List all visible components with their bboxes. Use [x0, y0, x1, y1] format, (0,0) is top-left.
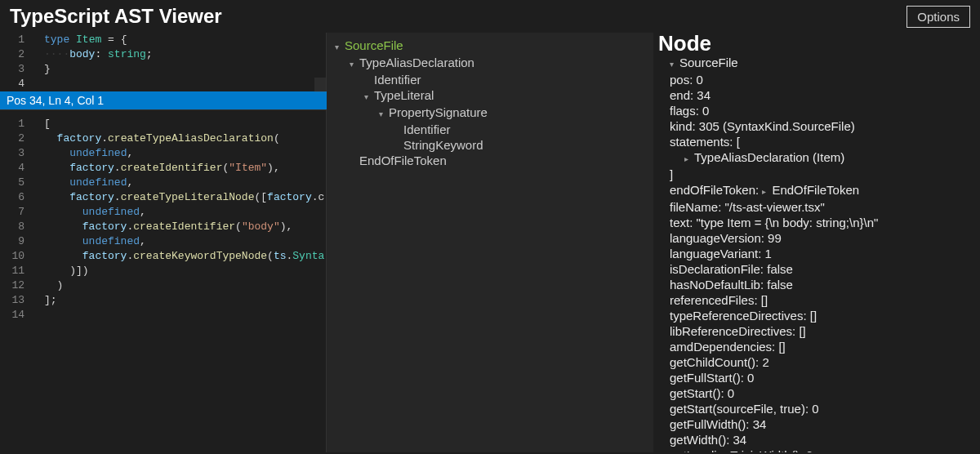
- tree-label[interactable]: Identifier: [374, 73, 421, 87]
- line-number: 1: [0, 33, 36, 47]
- code-line[interactable]: 1type Item = {: [0, 33, 326, 47]
- property-row: typeReferenceDirectives: []: [658, 308, 972, 323]
- header: TypeScript AST Viewer Options: [0, 0, 980, 33]
- options-button[interactable]: Options: [906, 6, 970, 28]
- app-title: TypeScript AST Viewer: [10, 5, 222, 28]
- chevron-down-icon[interactable]: ▾: [670, 56, 678, 72]
- chevron-down-icon[interactable]: ▾: [335, 39, 343, 55]
- code-line[interactable]: 7 undefined,: [0, 205, 326, 220]
- property-key: endOfFileToken:: [670, 183, 762, 197]
- tree-label[interactable]: StringKeyword: [403, 138, 483, 152]
- property-link[interactable]: EndOfFileToken: [772, 183, 859, 197]
- property-row: getStart(): 0: [658, 385, 972, 401]
- chevron-right-icon[interactable]: ▸: [684, 151, 693, 167]
- tree-label[interactable]: TypeAliasDeclaration: [359, 56, 474, 69]
- code-line[interactable]: 3}: [0, 62, 326, 77]
- property-row: end: 34: [658, 87, 972, 103]
- code-content[interactable]: type Item = {: [36, 33, 127, 47]
- code-content[interactable]: factory.createTypeLiteralNode([factory.c: [36, 190, 324, 205]
- property-row: text: "type Item = {\n body: string;\n}\…: [658, 215, 972, 230]
- line-number: 1: [0, 117, 36, 131]
- code-content[interactable]: factory.createTypeAliasDeclaration(: [36, 131, 280, 146]
- tree-label[interactable]: PropertySignature: [389, 105, 488, 119]
- property-row: languageVersion: 99: [658, 230, 972, 246]
- source-editor[interactable]: 1type Item = {2····body: string;3}4: [0, 33, 327, 91]
- property-row: amdDependencies: []: [658, 339, 972, 354]
- code-content[interactable]: undefined,: [36, 234, 146, 249]
- code-content[interactable]: [: [36, 117, 51, 131]
- code-line[interactable]: 2····body: string;: [0, 47, 326, 62]
- code-line[interactable]: 6 factory.createTypeLiteralNode([factory…: [0, 190, 326, 205]
- tree-node[interactable]: ▾TypeAliasDeclaration: [335, 55, 645, 72]
- tree-label[interactable]: SourceFile: [345, 38, 403, 52]
- property-row: referencedFiles: []: [658, 292, 972, 308]
- line-number: 8: [0, 220, 36, 234]
- line-number: 7: [0, 205, 36, 220]
- property-link[interactable]: TypeAliasDeclaration (Item): [694, 150, 844, 164]
- ast-tree: ▾SourceFile▾TypeAliasDeclarationIdentifi…: [327, 33, 653, 452]
- code-line[interactable]: 11 )]): [0, 264, 326, 278]
- property-row: endOfFileToken: ▸EndOfFileToken: [658, 182, 972, 199]
- code-line[interactable]: 13];: [0, 293, 326, 308]
- code-content[interactable]: [36, 77, 44, 91]
- property-row: getFullWidth(): 34: [658, 416, 972, 432]
- property-row: getFullStart(): 0: [658, 370, 972, 385]
- tree-node[interactable]: EndOfFileToken: [335, 153, 645, 168]
- code-content[interactable]: factory.createIdentifier("Item"),: [36, 161, 280, 176]
- line-number: 9: [0, 234, 36, 249]
- code-line[interactable]: 14: [0, 308, 326, 323]
- code-content[interactable]: ····body: string;: [36, 47, 153, 62]
- code-content[interactable]: undefined,: [36, 205, 146, 220]
- code-line[interactable]: 12 ): [0, 278, 326, 293]
- property-row: hasNoDefaultLib: false: [658, 277, 972, 292]
- tree-node[interactable]: StringKeyword: [335, 137, 645, 153]
- property-row: getWidth(): 34: [658, 432, 972, 447]
- code-content[interactable]: undefined,: [36, 146, 133, 161]
- code-line[interactable]: 10 factory.createKeywordTypeNode(ts.Synt…: [0, 249, 326, 264]
- code-content[interactable]: [36, 308, 44, 323]
- code-content[interactable]: factory.createIdentifier("body"),: [36, 220, 292, 234]
- line-number: 2: [0, 131, 36, 146]
- properties-title: Node: [658, 36, 972, 51]
- tree-label[interactable]: TypeLiteral: [374, 88, 434, 102]
- property-row: statements: [: [658, 134, 972, 149]
- factory-editor[interactable]: 1[2 factory.createTypeAliasDeclaration(3…: [0, 109, 327, 452]
- property-row: languageVariant: 1: [658, 246, 972, 261]
- properties-body: ▾SourceFilepos: 0end: 34flags: 0kind: 30…: [658, 55, 972, 452]
- code-content[interactable]: factory.createKeywordTypeNode(ts.Synta: [36, 249, 324, 264]
- tree-node[interactable]: ▾SourceFile: [335, 38, 645, 55]
- property-row: getLeadingTriviaWidth(): 0: [658, 447, 972, 452]
- main: 1type Item = {2····body: string;3}4 Pos …: [0, 33, 980, 452]
- code-line[interactable]: 5 undefined,: [0, 176, 326, 190]
- code-content[interactable]: ];: [36, 293, 57, 308]
- tree-label[interactable]: Identifier: [403, 122, 451, 136]
- tree-node[interactable]: ▾PropertySignature: [335, 105, 645, 122]
- chevron-right-icon[interactable]: ▸: [762, 184, 770, 199]
- code-content[interactable]: ): [36, 278, 63, 293]
- property-row: getStart(sourceFile, true): 0: [658, 401, 972, 416]
- code-line[interactable]: 2 factory.createTypeAliasDeclaration(: [0, 131, 326, 146]
- code-line[interactable]: 4: [0, 77, 326, 91]
- tree-label[interactable]: EndOfFileToken: [359, 154, 447, 167]
- code-line[interactable]: 1[: [0, 117, 326, 131]
- property-row: pos: 0: [658, 72, 972, 87]
- line-number: 6: [0, 190, 36, 205]
- code-content[interactable]: )]): [36, 264, 89, 278]
- chevron-down-icon[interactable]: ▾: [350, 56, 358, 72]
- tree-node[interactable]: ▾TypeLiteral: [335, 87, 645, 105]
- code-line[interactable]: 4 factory.createIdentifier("Item"),: [0, 161, 326, 176]
- property-node-name[interactable]: SourceFile: [679, 56, 738, 69]
- tree-node[interactable]: Identifier: [335, 72, 645, 87]
- code-content[interactable]: }: [36, 62, 51, 77]
- property-row: ▸TypeAliasDeclaration (Item): [658, 149, 972, 167]
- code-line[interactable]: 9 undefined,: [0, 234, 326, 249]
- code-line[interactable]: 8 factory.createIdentifier("body"),: [0, 220, 326, 234]
- tree-node[interactable]: Identifier: [335, 122, 645, 137]
- line-number: 13: [0, 293, 36, 308]
- chevron-down-icon[interactable]: ▾: [364, 89, 372, 105]
- property-row: getChildCount(): 2: [658, 354, 972, 370]
- chevron-down-icon[interactable]: ▾: [379, 106, 387, 122]
- code-content[interactable]: undefined,: [36, 176, 133, 190]
- code-line[interactable]: 3 undefined,: [0, 146, 326, 161]
- property-row: isDeclarationFile: false: [658, 261, 972, 277]
